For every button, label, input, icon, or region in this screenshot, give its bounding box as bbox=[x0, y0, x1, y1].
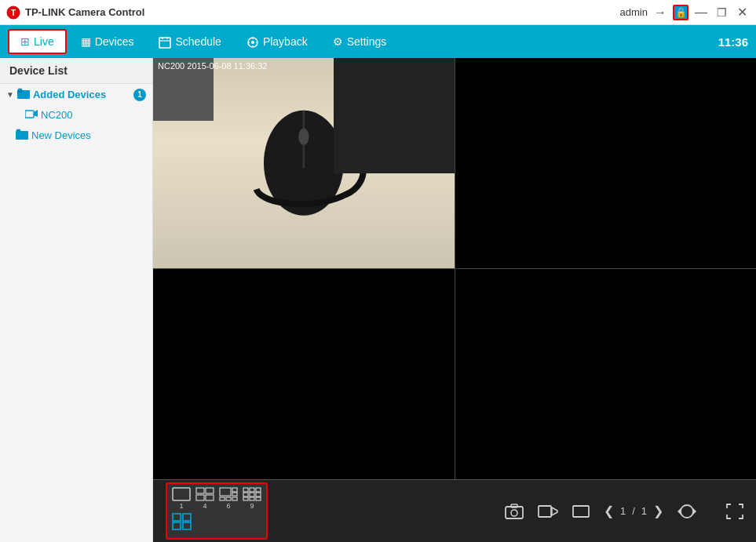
login-icon[interactable]: → bbox=[652, 5, 668, 20]
svg-rect-10 bbox=[18, 89, 22, 91]
page-current: 1 bbox=[620, 505, 626, 517]
nav-left: ⊞ Live ▦ Devices Schedule bbox=[8, 29, 397, 54]
svg-rect-11 bbox=[25, 111, 34, 118]
bottom-controls: 1 4 bbox=[153, 479, 756, 542]
page-info: ❮ 1 / 1 ❯ bbox=[604, 504, 663, 518]
video-cell-4[interactable] bbox=[455, 269, 757, 479]
svg-rect-13 bbox=[16, 131, 28, 140]
svg-rect-37 bbox=[256, 497, 261, 500]
tree-new-devices[interactable]: New Devices bbox=[0, 125, 152, 146]
fullscreen-button[interactable] bbox=[726, 504, 743, 519]
nav-schedule-label: Schedule bbox=[175, 35, 221, 48]
svg-rect-20 bbox=[206, 488, 214, 493]
svg-rect-35 bbox=[243, 497, 248, 500]
page-sep: / bbox=[632, 505, 635, 517]
svg-rect-18 bbox=[173, 488, 190, 500]
video-grid: NC200 2015-06-08 11:36:32 bbox=[153, 58, 756, 479]
svg-rect-26 bbox=[220, 497, 225, 500]
folder-icon bbox=[17, 88, 30, 101]
nav-item-settings[interactable]: ⚙ Settings bbox=[322, 31, 398, 53]
close-button[interactable]: ✕ bbox=[734, 5, 750, 20]
camera-small-icon bbox=[25, 109, 38, 121]
layout-9-button[interactable]: 9 bbox=[243, 487, 261, 510]
admin-label: admin bbox=[620, 6, 648, 18]
nav-item-devices[interactable]: ▦ Devices bbox=[70, 31, 145, 53]
layout-4-button[interactable]: 4 bbox=[195, 487, 214, 510]
tree-device-nc200[interactable]: NC200 bbox=[0, 105, 152, 125]
svg-rect-33 bbox=[250, 493, 254, 497]
svg-rect-39 bbox=[183, 514, 191, 521]
layout-6-button[interactable]: 6 bbox=[219, 487, 238, 510]
svg-rect-38 bbox=[173, 514, 181, 521]
added-devices-badge: 1 bbox=[133, 89, 146, 101]
svg-rect-24 bbox=[232, 488, 237, 492]
svg-rect-27 bbox=[226, 497, 231, 500]
svg-rect-45 bbox=[539, 506, 551, 517]
svg-rect-14 bbox=[16, 129, 20, 132]
svg-rect-25 bbox=[232, 493, 237, 496]
collapse-icon: ▼ bbox=[6, 90, 14, 99]
svg-rect-2 bbox=[159, 38, 170, 48]
svg-marker-48 bbox=[693, 508, 696, 515]
schedule-icon bbox=[159, 35, 171, 48]
devices-icon: ▦ bbox=[81, 35, 91, 48]
svg-rect-29 bbox=[243, 488, 248, 492]
new-devices-label: New Devices bbox=[31, 129, 91, 141]
next-page-button[interactable]: ❯ bbox=[653, 504, 663, 518]
rect-button[interactable] bbox=[572, 504, 590, 518]
nav-devices-label: Devices bbox=[95, 35, 134, 48]
svg-rect-23 bbox=[220, 488, 231, 496]
screenshot-button[interactable] bbox=[505, 504, 524, 519]
svg-rect-34 bbox=[256, 493, 261, 497]
lock-button[interactable]: 🔒 bbox=[673, 5, 688, 20]
title-bar-right: admin → 🔒 — ❒ ✕ bbox=[620, 5, 750, 20]
svg-text:T: T bbox=[11, 9, 16, 17]
prev-page-button[interactable]: ❮ bbox=[604, 504, 614, 518]
video-cell-1[interactable]: NC200 2015-06-08 11:36:32 bbox=[153, 58, 455, 268]
minimize-button[interactable]: — bbox=[693, 5, 709, 20]
title-bar-left: T TP-LINK Camera Control bbox=[6, 5, 144, 20]
svg-rect-44 bbox=[511, 504, 517, 507]
control-buttons: ❮ 1 / 1 ❯ bbox=[505, 504, 743, 519]
svg-point-17 bbox=[298, 129, 309, 145]
svg-rect-40 bbox=[173, 522, 181, 529]
device-list-header: Device List bbox=[0, 58, 152, 84]
video-area: NC200 2015-06-08 11:36:32 bbox=[153, 58, 756, 542]
video-timestamp: NC200 2015-06-08 11:36:32 bbox=[158, 61, 267, 71]
app-logo: T bbox=[6, 5, 20, 20]
svg-rect-31 bbox=[256, 488, 261, 492]
sync-button[interactable] bbox=[677, 504, 696, 519]
layout-grid-button[interactable] bbox=[172, 513, 192, 535]
video-cell-3[interactable] bbox=[153, 269, 455, 479]
nav-item-live[interactable]: ⊞ Live bbox=[8, 29, 67, 54]
settings-icon: ⚙ bbox=[333, 35, 343, 48]
svg-marker-49 bbox=[677, 508, 681, 515]
playback-icon bbox=[247, 35, 259, 48]
nav-settings-label: Settings bbox=[347, 35, 387, 48]
video-cell-2[interactable] bbox=[455, 58, 757, 268]
sidebar: Device List ▼ Added Devices 1 bbox=[0, 58, 153, 542]
nav-item-playback[interactable]: Playback bbox=[236, 30, 319, 53]
main-layout: Device List ▼ Added Devices 1 bbox=[0, 58, 756, 542]
layout-1-button[interactable]: 1 bbox=[172, 487, 191, 510]
live-icon: ⊞ bbox=[20, 35, 30, 48]
layout-selector: 1 4 bbox=[166, 482, 268, 540]
svg-rect-30 bbox=[250, 488, 254, 492]
device-nc200-label: NC200 bbox=[41, 109, 72, 121]
added-devices-label: Added Devices bbox=[33, 89, 106, 100]
svg-rect-21 bbox=[196, 495, 204, 500]
svg-point-7 bbox=[251, 41, 254, 44]
svg-rect-36 bbox=[250, 497, 254, 500]
svg-rect-41 bbox=[183, 522, 191, 529]
svg-marker-46 bbox=[552, 507, 557, 515]
restore-button[interactable]: ❒ bbox=[714, 5, 729, 20]
app-title: TP-LINK Camera Control bbox=[25, 6, 144, 18]
svg-rect-28 bbox=[232, 497, 237, 500]
nav-item-schedule[interactable]: Schedule bbox=[148, 30, 232, 53]
record-button[interactable] bbox=[538, 504, 558, 518]
nav-live-label: Live bbox=[34, 35, 54, 48]
layout-buttons-row: 1 4 bbox=[172, 487, 261, 510]
svg-rect-47 bbox=[573, 506, 589, 517]
nav-playback-label: Playback bbox=[263, 35, 308, 48]
tree-added-devices[interactable]: ▼ Added Devices 1 bbox=[0, 84, 152, 105]
